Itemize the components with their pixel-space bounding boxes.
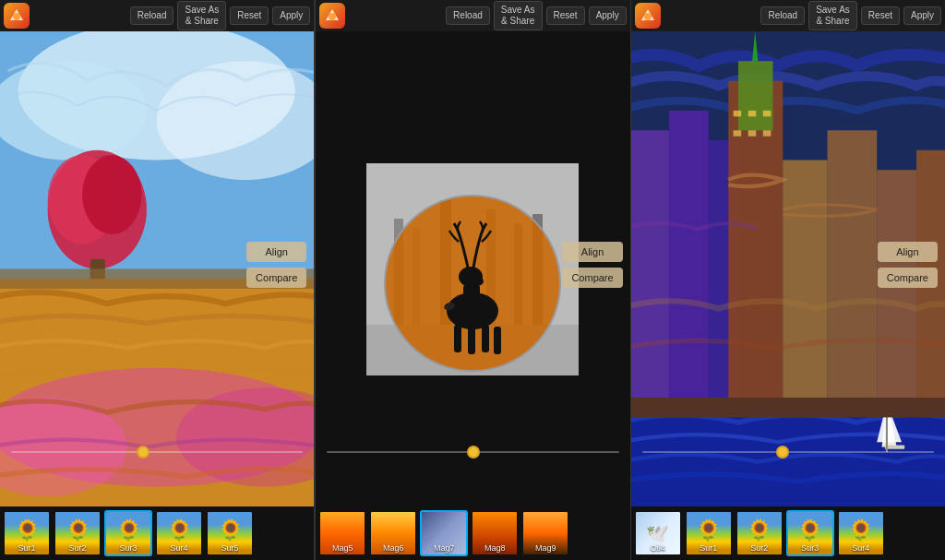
thumb-sur4b[interactable]: Sur4 <box>837 510 885 556</box>
reload-btn-3[interactable]: Reload <box>760 6 805 25</box>
svg-point-0 <box>13 13 20 20</box>
svg-rect-46 <box>748 130 756 136</box>
svg-rect-50 <box>877 170 916 408</box>
apply-btn-1[interactable]: Apply <box>272 6 310 25</box>
svg-rect-28 <box>454 325 461 352</box>
svg-rect-36 <box>631 130 669 407</box>
svg-rect-37 <box>669 111 709 408</box>
thumb-oil4[interactable]: 🕊️ Oil4 <box>634 510 682 556</box>
svg-rect-57 <box>631 398 945 417</box>
svg-rect-44 <box>762 111 771 116</box>
app-logo-3 <box>635 3 661 29</box>
svg-rect-45 <box>733 130 741 136</box>
slider-area-3[interactable] <box>631 451 945 453</box>
svg-point-34 <box>644 13 652 20</box>
svg-rect-31 <box>494 327 501 354</box>
overlay-buttons-2: Align Compare <box>562 242 622 288</box>
save-btn-3[interactable]: Save As & Share <box>808 1 857 30</box>
thumb-mag9[interactable]: Mag9 <box>521 510 569 556</box>
thumb-sur3[interactable]: Sur3 <box>104 510 152 556</box>
slider-thumb-1[interactable] <box>137 446 150 459</box>
reload-btn-2[interactable]: Reload <box>446 6 490 25</box>
panel-3: Reload Save As & Share Reset Apply <box>631 0 945 560</box>
thumb-mag5[interactable]: Mag5 <box>318 510 366 556</box>
slider-area-1[interactable] <box>0 451 314 453</box>
compare-btn-1[interactable]: Compare <box>246 268 306 288</box>
thumb-sur1[interactable]: Sur1 <box>3 510 51 556</box>
align-btn-2[interactable]: Align <box>562 242 622 262</box>
svg-rect-30 <box>482 325 489 352</box>
slider-track-1 <box>11 451 303 453</box>
align-btn-3[interactable]: Align <box>878 242 938 262</box>
thumb-strip-1: Sur1 Sur2 Sur3 Sur4 Sur5 <box>0 506 314 560</box>
svg-rect-42 <box>733 111 741 116</box>
apply-btn-3[interactable]: Apply <box>903 6 941 25</box>
thumb-mag8[interactable]: Mag8 <box>471 510 519 556</box>
svg-rect-43 <box>748 111 756 116</box>
app-container: Reload Save As & Share Reset Apply <box>0 0 945 560</box>
image-area-2: Align Compare <box>316 31 629 506</box>
toolbar-1: Reload Save As & Share Reset Apply <box>0 0 314 31</box>
thumb-mag6[interactable]: Mag6 <box>369 510 417 556</box>
save-btn-2[interactable]: Save As & Share <box>494 1 543 30</box>
svg-point-27 <box>471 277 484 286</box>
compare-btn-3[interactable]: Compare <box>878 268 938 288</box>
panel-2: Reload Save As & Share Reset Apply <box>315 0 630 560</box>
overlay-buttons-1: Align Compare <box>246 242 306 288</box>
slider-track-2 <box>327 451 618 453</box>
thumb-sur2b[interactable]: Sur2 <box>736 510 784 556</box>
apply-btn-2[interactable]: Apply <box>589 6 627 25</box>
svg-rect-49 <box>827 130 877 407</box>
slider-thumb-2[interactable] <box>467 446 480 459</box>
svg-rect-29 <box>468 327 475 354</box>
thumb-sur1b[interactable]: Sur1 <box>685 510 733 556</box>
svg-rect-48 <box>783 160 827 407</box>
slider-track-3 <box>642 451 934 453</box>
reset-btn-2[interactable]: Reset <box>546 6 585 25</box>
thumb-strip-2: Mag5 Mag6 Mag7 Mag8 Mag9 <box>316 506 629 560</box>
svg-point-14 <box>329 13 336 20</box>
thumb-sur5[interactable]: Sur5 <box>206 510 254 556</box>
thumb-mag7[interactable]: Mag7 <box>420 510 468 556</box>
app-logo-1 <box>4 3 30 29</box>
overlay-buttons-3: Align Compare <box>878 242 938 288</box>
thumb-sur4[interactable]: Sur4 <box>155 510 203 556</box>
image-area-3: Align Compare <box>631 31 945 506</box>
toolbar-3: Reload Save As & Share Reset Apply <box>631 0 945 31</box>
thumb-sur3b[interactable]: Sur3 <box>786 510 834 556</box>
app-logo-2 <box>319 3 345 29</box>
thumb-sur2[interactable]: Sur2 <box>54 510 102 556</box>
save-btn-1[interactable]: Save As & Share <box>177 1 226 30</box>
svg-point-7 <box>82 155 141 234</box>
image-area-1: Align Compare <box>0 31 314 506</box>
svg-rect-47 <box>762 130 771 136</box>
align-btn-1[interactable]: Align <box>246 242 306 262</box>
compare-btn-2[interactable]: Compare <box>562 268 622 288</box>
panel-1: Reload Save As & Share Reset Apply <box>0 0 315 560</box>
toolbar-2: Reload Save As & Share Reset Apply <box>316 0 629 31</box>
reset-btn-1[interactable]: Reset <box>230 6 269 25</box>
svg-rect-25 <box>463 283 480 311</box>
deer-scene <box>366 163 579 375</box>
slider-area-2[interactable] <box>316 451 629 453</box>
thumb-strip-3: 🕊️ Oil4 Sur1 Sur2 Sur3 Sur4 <box>631 506 945 560</box>
reset-btn-3[interactable]: Reset <box>861 6 900 25</box>
reload-btn-1[interactable]: Reload <box>130 6 174 25</box>
svg-rect-40 <box>738 61 773 130</box>
